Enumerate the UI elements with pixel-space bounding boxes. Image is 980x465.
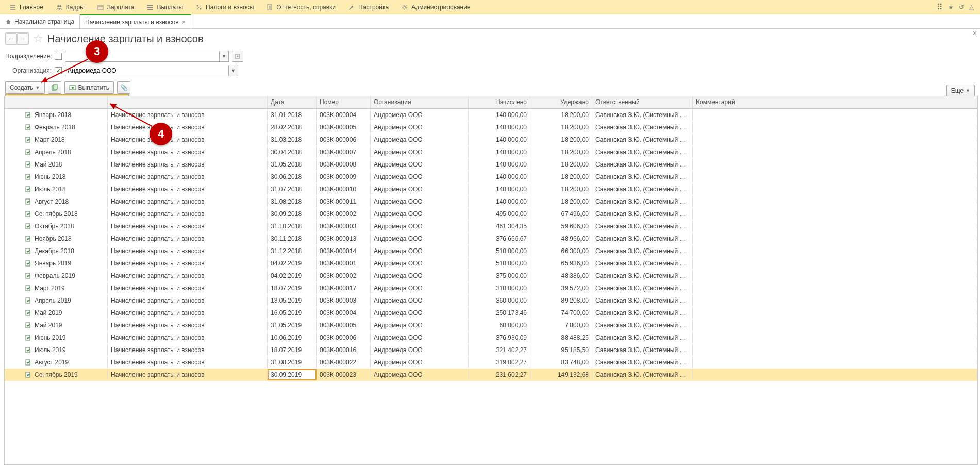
organization-dropdown-icon[interactable]: ▼ — [229, 65, 238, 76]
filter-row-organization: Организация: ▼ — [5, 65, 975, 76]
paperclip-icon: 📎 — [120, 84, 128, 91]
tab-home-label: Начальная страница — [14, 18, 74, 25]
wrench-icon — [348, 4, 355, 11]
svg-point-3 — [197, 5, 198, 6]
menu-icon — [9, 4, 16, 11]
filter-panel: Подразделение: ▼ Организация: ▼ — [0, 48, 980, 78]
annotation-3-arrow — [36, 57, 93, 88]
menu-item-label: Главное — [20, 4, 43, 11]
menu-items-host: ГлавноеКадрыЗарплатаВыплатыНалоги и взно… — [3, 0, 477, 14]
menu-item-label: Настройка — [358, 4, 389, 11]
tab-payroll[interactable]: Начисление зарплаты и взносов × — [80, 14, 191, 28]
action-bar: Создать ▼ Выплатить 📎 Начисление зарплат… — [0, 78, 980, 96]
menu-item-people[interactable]: Кадры — [49, 0, 91, 14]
history-icon[interactable]: ↺ — [959, 4, 964, 11]
attach-button[interactable]: 📎 — [117, 81, 130, 94]
menu-item-label: Отчетность, справки — [276, 4, 336, 11]
people-icon — [56, 4, 63, 11]
apps-icon[interactable]: ⠿ — [937, 2, 943, 12]
percent-icon — [195, 4, 203, 11]
svg-line-34 — [41, 59, 88, 82]
favorite-star-icon[interactable]: ☆ — [33, 32, 43, 45]
tab-home[interactable]: Начальная страница — [0, 14, 80, 28]
bell-icon[interactable]: △ — [969, 4, 974, 11]
caret-down-icon: ▼ — [966, 88, 970, 93]
more-button[interactable]: Еще ▼ — [946, 85, 975, 96]
menu-item-report[interactable]: Отчетность, справки — [260, 0, 342, 14]
close-form-icon[interactable]: × — [973, 29, 977, 37]
menu-item-percent[interactable]: Налоги и взносы — [189, 0, 260, 14]
department-open-button[interactable] — [232, 51, 243, 62]
create-button-label: Создать — [10, 84, 34, 91]
create-menu-item-payroll[interactable]: Начисление зарплаты и взносов — [6, 94, 128, 96]
gear-icon — [401, 4, 408, 11]
menu-item-label: Кадры — [66, 4, 85, 11]
more-button-label: Еще — [951, 87, 964, 94]
report-icon — [266, 4, 273, 11]
title-toolbar: ← → ☆ Начисление зарплаты и взносов — [0, 29, 980, 48]
menu-item-label: Администрирование — [411, 4, 470, 11]
filter-row-department: Подразделение: ▼ — [5, 51, 975, 62]
home-icon — [5, 19, 11, 25]
menu-item-label: Выплаты — [157, 4, 183, 11]
nav-forward-button[interactable]: → — [17, 33, 28, 44]
menu-item-calendar[interactable]: Зарплата — [91, 0, 141, 14]
close-tab-icon[interactable]: × — [182, 19, 186, 26]
svg-rect-2 — [98, 5, 103, 10]
tab-payroll-label: Начисление зарплаты и взносов — [85, 19, 179, 26]
menu-item-gear[interactable]: Администрирование — [395, 0, 476, 14]
svg-point-6 — [404, 6, 406, 8]
calendar-icon — [97, 4, 104, 11]
annotation-3: 3 — [86, 40, 108, 63]
star-icon[interactable]: ★ — [948, 4, 954, 11]
menu-item-label: Налоги и взносы — [206, 4, 254, 11]
menu-item-menu[interactable]: Главное — [3, 0, 49, 14]
list-icon — [146, 4, 154, 11]
menu-item-label: Зарплата — [107, 4, 135, 11]
svg-point-0 — [57, 5, 59, 7]
tab-bar: Начальная страница Начисление зарплаты и… — [0, 14, 980, 29]
topbar-right-icons: ⠿ ★ ↺ △ — [937, 2, 977, 12]
open-ref-icon — [235, 54, 240, 59]
svg-point-1 — [59, 5, 61, 7]
menu-item-list[interactable]: Выплаты — [140, 0, 189, 14]
svg-point-4 — [200, 8, 202, 9]
main-menu-bar: ГлавноеКадрыЗарплатаВыплатыНалоги и взно… — [0, 0, 980, 14]
menu-item-wrench[interactable]: Настройка — [342, 0, 395, 14]
department-dropdown-icon[interactable]: ▼ — [220, 51, 229, 62]
page-title: Начисление зарплаты и взносов — [47, 33, 204, 45]
nav-back-button[interactable]: ← — [6, 33, 17, 44]
create-dropdown-menu: Начисление зарплаты и взносов — [5, 94, 129, 96]
